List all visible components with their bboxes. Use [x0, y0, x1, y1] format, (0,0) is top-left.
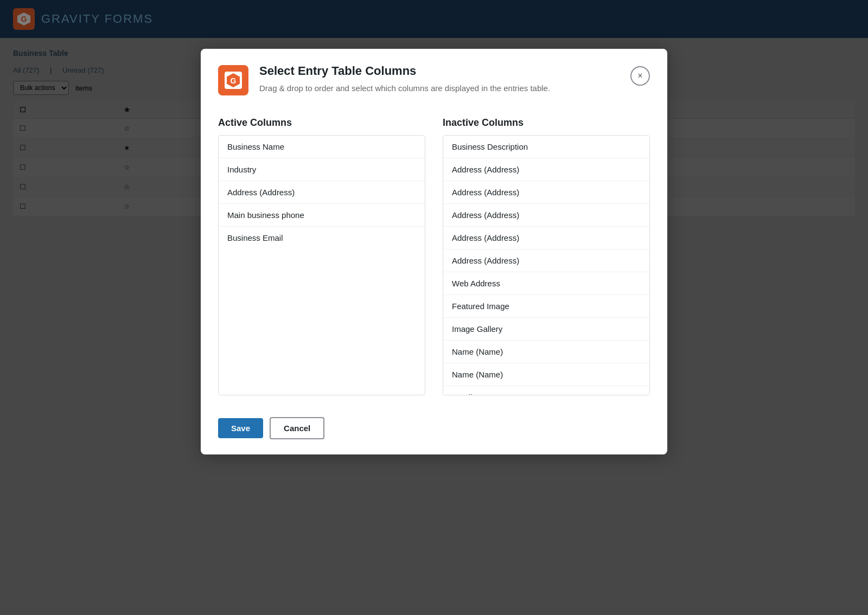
inactive-columns-section: Inactive Columns Business DescriptionAdd…: [443, 117, 650, 395]
modal-body: Active Columns Business NameIndustryAddr…: [201, 106, 667, 406]
active-column-item[interactable]: Industry: [219, 158, 425, 181]
active-column-item[interactable]: Business Name: [219, 136, 425, 158]
inactive-column-item[interactable]: Name (Name): [443, 341, 649, 363]
active-column-item[interactable]: Main business phone: [219, 204, 425, 227]
inactive-columns-title: Inactive Columns: [443, 117, 650, 129]
active-columns-title: Active Columns: [218, 117, 425, 129]
close-icon: ×: [637, 71, 642, 81]
inactive-columns-list[interactable]: Business DescriptionAddress (Address)Add…: [443, 135, 650, 395]
inactive-column-item[interactable]: Address (Address): [443, 158, 649, 181]
cancel-button[interactable]: Cancel: [270, 417, 324, 439]
modal-logo: G: [218, 65, 248, 95]
inactive-column-item[interactable]: Featured Image: [443, 295, 649, 318]
select-columns-modal: G Select Entry Table Columns Drag & drop…: [201, 49, 667, 454]
inactive-column-item[interactable]: Web Address: [443, 272, 649, 295]
svg-text:G: G: [231, 76, 237, 85]
modal-title-area: Select Entry Table Columns Drag & drop t…: [259, 64, 620, 95]
inactive-column-item[interactable]: Email: [443, 386, 649, 395]
modal-footer: Save Cancel: [201, 406, 667, 454]
inactive-column-item[interactable]: Name (Name): [443, 363, 649, 386]
inactive-column-item[interactable]: Address (Address): [443, 204, 649, 227]
active-columns-list[interactable]: Business NameIndustryAddress (Address)Ma…: [218, 135, 425, 395]
modal-backdrop: G Select Entry Table Columns Drag & drop…: [0, 0, 868, 615]
active-column-item[interactable]: Address (Address): [219, 181, 425, 204]
modal-close-button[interactable]: ×: [630, 66, 650, 86]
modal-title: Select Entry Table Columns: [259, 64, 620, 78]
modal-subtitle: Drag & drop to order and select which co…: [259, 82, 620, 95]
active-column-item[interactable]: Business Email: [219, 227, 425, 249]
inactive-column-item[interactable]: Address (Address): [443, 181, 649, 204]
inactive-column-item[interactable]: Business Description: [443, 136, 649, 158]
save-button[interactable]: Save: [218, 418, 263, 438]
inactive-column-item[interactable]: Address (Address): [443, 249, 649, 272]
inactive-column-item[interactable]: Image Gallery: [443, 318, 649, 341]
inactive-column-item[interactable]: Address (Address): [443, 227, 649, 249]
modal-header: G Select Entry Table Columns Drag & drop…: [201, 49, 667, 106]
modal-logo-inner: G: [225, 72, 242, 89]
active-columns-section: Active Columns Business NameIndustryAddr…: [218, 117, 425, 395]
